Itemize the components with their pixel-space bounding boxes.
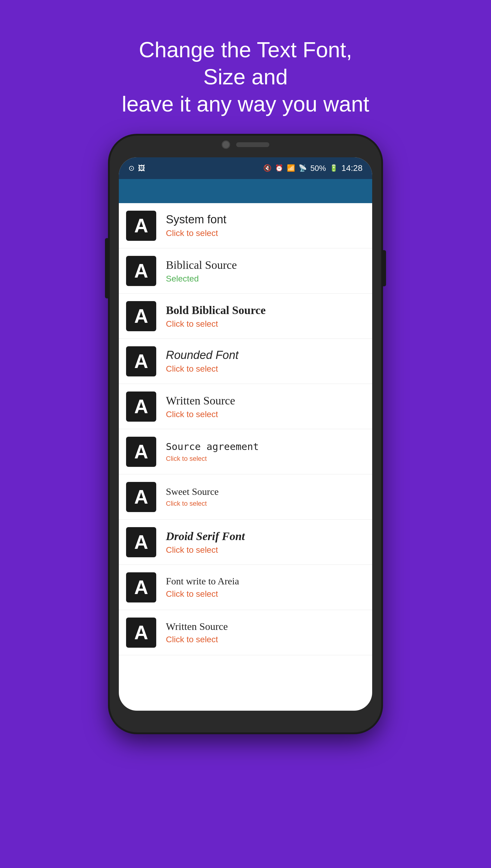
font-info-bold-biblical: Bold Biblical SourceClick to select [166,304,266,329]
font-icon-sweet: A [126,482,156,512]
font-icon-source-agreement: A [126,437,156,467]
hero-line1: Change the Text Font, [139,38,352,62]
font-name-written: Written Source [166,394,235,407]
battery-icon: 🔋 [330,164,338,172]
hero-line2: Size and [203,65,288,89]
font-item-written2[interactable]: AWritten SourceClick to select [119,610,372,655]
font-action-sweet[interactable]: Click to select [166,500,219,507]
font-name-rounded: Rounded Font [166,349,238,362]
font-item-bold-biblical[interactable]: ABold Biblical SourceClick to select [119,293,372,339]
font-icon-written2: A [126,618,156,648]
circle-status-icon: ⊙ [128,164,135,173]
image-status-icon: 🖼 [138,164,145,173]
font-icon-written: A [126,392,156,422]
battery-text: 50% [310,164,326,173]
font-list: ASystem fontClick to selectABiblical Sou… [119,203,372,655]
hero-line3: leave it any way you want [122,92,369,116]
app-bar [119,179,372,203]
font-name-biblical: Biblical Source [166,258,237,272]
font-item-written[interactable]: AWritten SourceClick to select [119,384,372,429]
font-action-system[interactable]: Click to select [166,228,227,238]
font-info-written2: Written SourceClick to select [166,621,228,644]
font-icon-biblical: A [126,256,156,286]
font-action-rounded[interactable]: Click to select [166,364,238,374]
font-action-biblical[interactable]: Selected [166,274,237,284]
font-info-rounded: Rounded FontClick to select [166,349,238,374]
font-action-write-areia[interactable]: Click to select [166,589,239,599]
font-action-source-agreement[interactable]: Click to select [166,455,259,463]
font-name-written2: Written Source [166,621,228,632]
font-item-droid[interactable]: ADroid Serif FontClick to select [119,520,372,565]
font-info-droid: Droid Serif FontClick to select [166,530,245,555]
font-item-sweet[interactable]: ASweet SourceClick to select [119,474,372,520]
alarm-icon: ⏰ [275,164,283,172]
font-info-system: System fontClick to select [166,213,227,238]
font-name-source-agreement: Source agreement [166,441,259,453]
phone-device: ⊙ 🖼 🔇 ⏰ 📶 📡 50% 🔋 14:28 ASystem fontClic… [110,135,381,733]
font-name-bold-biblical: Bold Biblical Source [166,304,266,317]
font-action-written[interactable]: Click to select [166,410,235,419]
font-info-write-areia: Font write to AreiaClick to select [166,576,239,599]
font-action-droid[interactable]: Click to select [166,545,245,555]
font-item-write-areia[interactable]: AFont write to AreiaClick to select [119,565,372,610]
camera-lens [222,141,230,149]
speaker-slot [236,142,269,147]
font-info-biblical: Biblical SourceSelected [166,258,237,284]
mute-icon: 🔇 [263,164,271,172]
font-info-sweet: Sweet SourceClick to select [166,486,219,507]
phone-screen: ⊙ 🖼 🔇 ⏰ 📶 📡 50% 🔋 14:28 ASystem fontClic… [119,157,372,711]
font-icon-bold-biblical: A [126,301,156,331]
hero-title: Change the Text Font, Size and leave it … [98,36,393,118]
font-item-biblical[interactable]: ABiblical SourceSelected [119,248,372,293]
font-name-droid: Droid Serif Font [166,530,245,543]
wifi-icon: 📶 [287,164,295,172]
font-icon-droid: A [126,527,156,557]
status-left-icons: ⊙ 🖼 [128,164,145,173]
time-display: 14:28 [341,163,363,173]
font-icon-rounded: A [126,346,156,376]
font-name-write-areia: Font write to Areia [166,576,239,587]
font-action-written2[interactable]: Click to select [166,635,228,644]
status-right-info: 🔇 ⏰ 📶 📡 50% 🔋 14:28 [263,163,363,173]
font-item-source-agreement[interactable]: ASource agreementClick to select [119,429,372,474]
font-icon-system: A [126,211,156,241]
font-name-system: System font [166,213,227,226]
font-action-bold-biblical[interactable]: Click to select [166,319,266,329]
font-item-system[interactable]: ASystem fontClick to select [119,203,372,248]
signal-icon: 📡 [298,164,307,172]
font-info-written: Written SourceClick to select [166,394,235,419]
font-name-sweet: Sweet Source [166,486,219,497]
phone-body: ⊙ 🖼 🔇 ⏰ 📶 📡 50% 🔋 14:28 ASystem fontClic… [110,135,381,733]
font-icon-write-areia: A [126,572,156,602]
font-item-rounded[interactable]: ARounded FontClick to select [119,339,372,384]
font-info-source-agreement: Source agreementClick to select [166,441,259,463]
status-bar: ⊙ 🖼 🔇 ⏰ 📶 📡 50% 🔋 14:28 [119,157,372,179]
